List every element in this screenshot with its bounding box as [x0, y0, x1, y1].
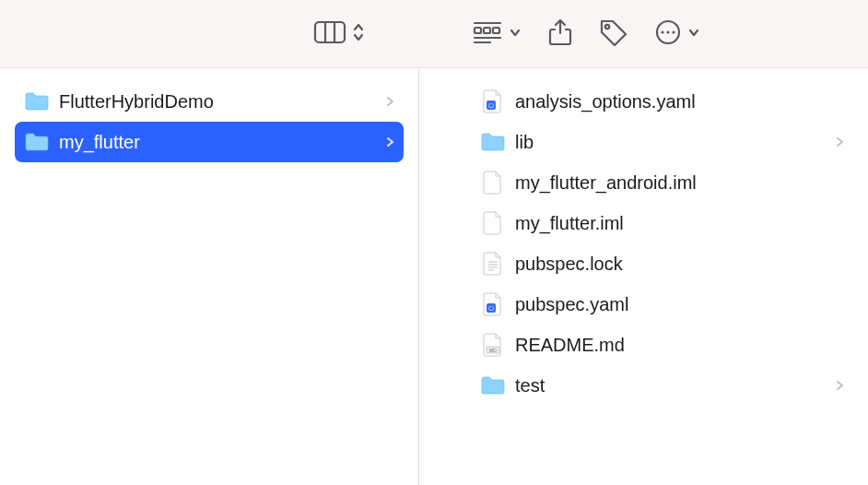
folder-icon: [480, 375, 506, 396]
group-icon: [472, 19, 503, 49]
item-label: README.md: [515, 335, 844, 356]
item-label: pubspec.lock: [515, 254, 844, 275]
chevron-right-icon: [835, 132, 844, 153]
svg-point-12: [661, 30, 663, 33]
folder-icon: [24, 91, 50, 112]
folder-icon: [480, 132, 506, 152]
file-icon: [482, 251, 504, 277]
svg-rect-4: [475, 28, 481, 33]
svg-text:MD: MD: [489, 348, 497, 353]
item-test[interactable]: test: [471, 365, 853, 406]
item-label: pubspec.yaml: [515, 294, 844, 315]
svg-point-14: [672, 30, 674, 33]
chevron-right-icon: [385, 132, 394, 153]
up-down-icon: [352, 22, 365, 46]
item-label: FlutterHybridDemo: [59, 91, 376, 112]
item-analysis-options-yaml[interactable]: ⎔analysis_options.yaml: [471, 81, 853, 122]
item-label: my_flutter_android.iml: [515, 172, 844, 194]
columns-browser: FlutterHybridDemomy_flutter ⎔analysis_op…: [0, 68, 868, 485]
item-pubspec-lock[interactable]: pubspec.lock: [471, 243, 853, 284]
column-1: FlutterHybridDemomy_flutter: [0, 68, 419, 485]
svg-text:⎔: ⎔: [488, 102, 494, 109]
chevron-down-icon: [687, 26, 700, 42]
svg-text:⎔: ⎔: [488, 305, 494, 312]
item-my-flutter-iml[interactable]: my_flutter.iml: [471, 203, 853, 243]
file-icon: ⎔: [482, 291, 504, 317]
svg-point-10: [605, 24, 609, 28]
item-flutterhybriddemo[interactable]: FlutterHybridDemo: [15, 81, 404, 122]
file-icon: [482, 170, 504, 195]
share-icon: [547, 18, 573, 51]
item-label: analysis_options.yaml: [515, 91, 844, 112]
item-my-flutter-android-iml[interactable]: my_flutter_android.iml: [471, 162, 853, 203]
more-icon: [654, 18, 682, 50]
item-label: test: [515, 375, 826, 396]
chevron-down-icon: [509, 26, 522, 42]
svg-rect-6: [493, 28, 499, 33]
item-lib[interactable]: lib: [471, 122, 853, 162]
item-label: my_flutter.iml: [515, 213, 844, 234]
item-label: lib: [515, 132, 826, 153]
column-2: ⎔analysis_options.yamllibmy_flutter_andr…: [419, 68, 868, 485]
view-columns-button[interactable]: [313, 19, 365, 49]
svg-point-13: [666, 30, 669, 33]
tag-icon: [599, 18, 628, 50]
columns-icon: [313, 19, 346, 49]
file-icon: MD: [482, 332, 504, 358]
svg-rect-0: [315, 22, 345, 42]
item-label: my_flutter: [59, 132, 376, 153]
chevron-right-icon: [385, 91, 394, 112]
svg-rect-5: [484, 28, 490, 33]
folder-icon: [24, 132, 50, 152]
chevron-right-icon: [835, 375, 844, 396]
item-my-flutter[interactable]: my_flutter: [15, 122, 404, 162]
tags-button[interactable]: [599, 18, 628, 50]
file-icon: ⎔: [482, 89, 504, 114]
share-button[interactable]: [547, 18, 573, 51]
more-actions-button[interactable]: [654, 18, 700, 50]
item-readme-md[interactable]: MDREADME.md: [471, 325, 853, 365]
group-by-button[interactable]: [472, 19, 522, 49]
item-pubspec-yaml[interactable]: ⎔pubspec.yaml: [471, 284, 853, 325]
file-icon: [482, 210, 504, 236]
toolbar: [0, 0, 868, 68]
